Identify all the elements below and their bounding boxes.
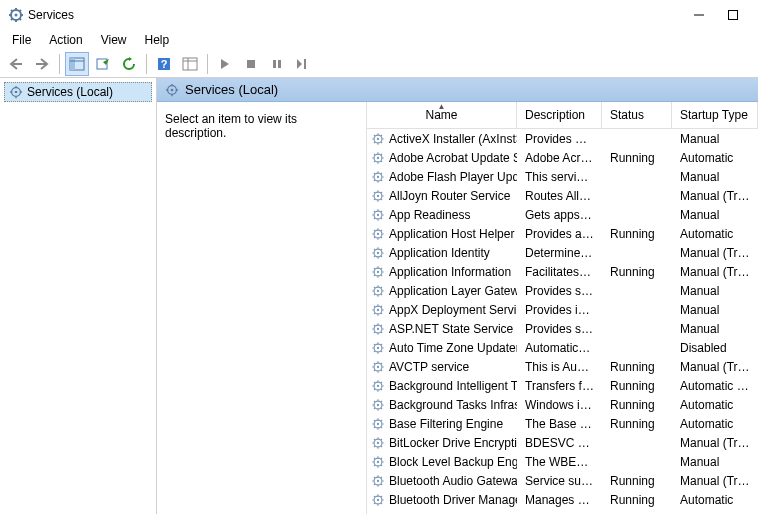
svg-point-100 [377, 251, 379, 253]
svg-line-147 [374, 331, 375, 332]
service-name-cell: Auto Time Zone Updater [367, 340, 517, 356]
service-row[interactable]: Application Host Helper Ser...Provides a… [367, 224, 758, 243]
service-row[interactable]: ASP.NET State ServiceProvides su...Manua… [367, 319, 758, 338]
service-description-cell: Provides su... [517, 321, 602, 337]
service-row[interactable]: AllJoyn Router ServiceRoutes AllJo...Man… [367, 186, 758, 205]
menu-action[interactable]: Action [41, 31, 90, 49]
gear-icon [371, 322, 385, 336]
gear-icon [371, 474, 385, 488]
show-hide-tree-button[interactable] [65, 52, 89, 76]
service-status-cell: Running [602, 492, 672, 508]
service-description-cell: Provides ad... [517, 226, 602, 242]
svg-line-225 [374, 476, 375, 477]
tree-item-services-local[interactable]: Services (Local) [4, 82, 152, 102]
svg-line-128 [381, 286, 382, 287]
service-row[interactable]: Application IdentityDetermines ...Manual… [367, 243, 758, 262]
properties-button[interactable] [178, 52, 202, 76]
service-startup-cell: Automatic [672, 397, 758, 413]
service-description-cell: Automatica... [517, 340, 602, 356]
svg-line-175 [374, 381, 375, 382]
svg-line-87 [374, 217, 375, 218]
service-row[interactable]: App ReadinessGets apps re...Manual [367, 205, 758, 224]
restart-service-button[interactable] [291, 52, 315, 76]
svg-point-180 [377, 403, 379, 405]
service-row[interactable]: Auto Time Zone UpdaterAutomatica...Disab… [367, 338, 758, 357]
maximize-button[interactable] [716, 4, 750, 26]
column-status[interactable]: Status [602, 102, 672, 128]
svg-text:?: ? [161, 58, 168, 70]
svg-line-155 [374, 343, 375, 344]
stop-service-button[interactable] [239, 52, 263, 76]
service-row[interactable]: Bluetooth Audio Gateway S...Service sup.… [367, 471, 758, 490]
svg-line-116 [381, 274, 382, 275]
svg-line-105 [374, 248, 375, 249]
svg-line-156 [381, 350, 382, 351]
svg-line-86 [381, 217, 382, 218]
svg-point-140 [377, 327, 379, 329]
svg-line-217 [374, 464, 375, 465]
service-name-cell: ActiveX Installer (AxInstSV) [367, 131, 517, 147]
service-row[interactable]: Application Layer Gateway ...Provides su… [367, 281, 758, 300]
menu-help[interactable]: Help [137, 31, 178, 49]
svg-line-148 [381, 324, 382, 325]
service-row[interactable]: Application InformationFacilitates t...R… [367, 262, 758, 281]
service-status-cell: Running [602, 397, 672, 413]
svg-line-118 [381, 267, 382, 268]
service-status-cell: Running [602, 416, 672, 432]
svg-line-235 [374, 495, 375, 496]
svg-line-228 [381, 476, 382, 477]
service-row[interactable]: Base Filtering EngineThe Base Fil...Runn… [367, 414, 758, 433]
start-service-button[interactable] [213, 52, 237, 76]
svg-point-50 [377, 156, 379, 158]
description-pane: Select an item to view its description. [157, 102, 367, 514]
service-name-cell: Application Layer Gateway ... [367, 283, 517, 299]
service-startup-cell: Automatic [672, 492, 758, 508]
service-row[interactable]: ActiveX Installer (AxInstSV)Provides Us.… [367, 129, 758, 148]
column-description[interactable]: Description [517, 102, 602, 128]
service-row[interactable]: AVCTP serviceThis is Audi...RunningManua… [367, 357, 758, 376]
service-name-cell: Bluetooth Audio Gateway S... [367, 473, 517, 489]
svg-line-206 [381, 445, 382, 446]
svg-line-67 [374, 179, 375, 180]
svg-line-168 [381, 362, 382, 363]
gear-icon [371, 208, 385, 222]
gear-icon [371, 170, 385, 184]
service-status-cell [602, 252, 672, 254]
service-row[interactable]: Adobe Flash Player Update ...This servic… [367, 167, 758, 186]
menu-file[interactable]: File [4, 31, 39, 49]
column-startup-type[interactable]: Startup Type [672, 102, 758, 128]
refresh-button[interactable] [117, 52, 141, 76]
minimize-button[interactable] [682, 4, 716, 26]
service-status-cell [602, 290, 672, 292]
svg-point-130 [377, 308, 379, 310]
service-status-cell: Running [602, 473, 672, 489]
titlebar: Services [0, 0, 758, 30]
gear-icon [371, 246, 385, 260]
svg-line-176 [381, 388, 382, 389]
back-button[interactable] [4, 52, 28, 76]
gear-icon [371, 284, 385, 298]
export-list-button[interactable] [91, 52, 115, 76]
svg-line-68 [381, 172, 382, 173]
service-row[interactable]: Background Tasks Infrastru...Windows in.… [367, 395, 758, 414]
svg-line-115 [374, 267, 375, 268]
menu-view[interactable]: View [93, 31, 135, 49]
service-startup-cell: Manual [672, 302, 758, 318]
service-startup-cell: Manual (Trig... [672, 245, 758, 261]
service-status-cell [602, 442, 672, 444]
service-row[interactable]: Block Level Backup Engine ...The WBENG..… [367, 452, 758, 471]
service-row[interactable]: BitLocker Drive Encryption ...BDESVC hos… [367, 433, 758, 452]
svg-line-97 [374, 236, 375, 237]
help-button[interactable]: ? [152, 52, 176, 76]
svg-point-170 [377, 384, 379, 386]
column-name[interactable]: ▲Name [367, 102, 517, 128]
service-row[interactable]: Bluetooth Driver Managem...Manages BT...… [367, 490, 758, 509]
service-status-cell: Running [602, 264, 672, 280]
svg-line-177 [374, 388, 375, 389]
service-row[interactable]: AppX Deployment Service (...Provides inf… [367, 300, 758, 319]
svg-point-160 [377, 365, 379, 367]
service-row[interactable]: Adobe Acrobat Update Serv...Adobe Acro..… [367, 148, 758, 167]
forward-button[interactable] [30, 52, 54, 76]
pause-service-button[interactable] [265, 52, 289, 76]
service-row[interactable]: Background Intelligent Tran...Transfers … [367, 376, 758, 395]
